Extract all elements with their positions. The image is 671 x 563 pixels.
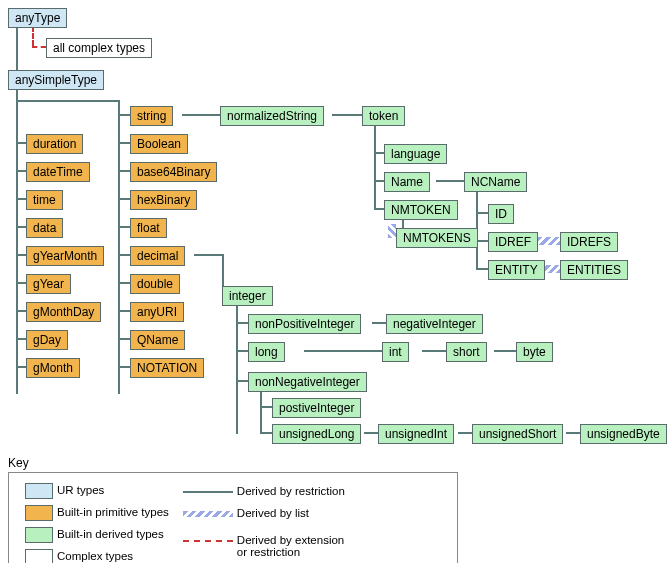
node-label: IDREFS — [567, 235, 611, 249]
node-label: negativeInteger — [393, 317, 476, 331]
node-IDREF: IDREF — [488, 232, 538, 252]
node-label: data — [33, 221, 56, 235]
node-nonNegativeInteger: nonNegativeInteger — [248, 372, 367, 392]
node-gMonthDay: gMonthDay — [26, 302, 101, 322]
node-label: short — [453, 345, 480, 359]
node-token: token — [362, 106, 405, 126]
node-NOTATION: NOTATION — [130, 358, 204, 378]
node-label: long — [255, 345, 278, 359]
node-double: double — [130, 274, 180, 294]
node-language: language — [384, 144, 447, 164]
node-label: normalizedString — [227, 109, 317, 123]
node-unsignedByte: unsignedByte — [580, 424, 667, 444]
node-ENTITIES: ENTITIES — [560, 260, 628, 280]
node-label: unsignedShort — [479, 427, 556, 441]
swatch-ur — [25, 483, 53, 499]
node-float: float — [130, 218, 167, 238]
line-extension-icon — [183, 540, 233, 542]
legend-table: UR types Derived by restriction Built-in… — [17, 479, 353, 563]
node-gYearMonth: gYearMonth — [26, 246, 104, 266]
node-label: float — [137, 221, 160, 235]
node-negativeInteger: negativeInteger — [386, 314, 483, 334]
node-label: language — [391, 147, 440, 161]
legend-ext: Derived by extension or restriction — [237, 534, 344, 558]
node-duration: duration — [26, 134, 83, 154]
node-short: short — [446, 342, 487, 362]
node-NMTOKENS: NMTOKENS — [396, 228, 478, 248]
node-IDREFS: IDREFS — [560, 232, 618, 252]
node-ENTITY: ENTITY — [488, 260, 545, 280]
swatch-prim — [25, 505, 53, 521]
swatch-deriv — [25, 527, 53, 543]
legend: UR types Derived by restriction Built-in… — [8, 472, 458, 563]
type-hierarchy-diagram: anyType all complex types anySimpleType … — [4, 4, 667, 559]
node-label: gMonth — [33, 361, 73, 375]
legend-prim: Built-in primitive types — [57, 506, 169, 518]
node-NMTOKEN: NMTOKEN — [384, 200, 458, 220]
node-byte: byte — [516, 342, 553, 362]
node-unsignedShort: unsignedShort — [472, 424, 563, 444]
node-label: NCName — [471, 175, 520, 189]
node-label: dateTime — [33, 165, 83, 179]
legend-deriv: Built-in derived types — [57, 528, 164, 540]
node-label: base64Binary — [137, 165, 210, 179]
node-ID: ID — [488, 204, 514, 224]
node-label: gDay — [33, 333, 61, 347]
node-all-complex-types: all complex types — [46, 38, 152, 58]
node-label: unsignedLong — [279, 427, 354, 441]
legend-restr: Derived by restriction — [237, 485, 345, 497]
node-label: double — [137, 277, 173, 291]
node-label: ENTITIES — [567, 263, 621, 277]
node-label: Name — [391, 175, 423, 189]
node-QName: QName — [130, 330, 185, 350]
node-anyType: anyType — [8, 8, 67, 28]
node-label: time — [33, 193, 56, 207]
node-time: time — [26, 190, 63, 210]
node-label: NMTOKEN — [391, 203, 451, 217]
node-label: unsignedByte — [587, 427, 660, 441]
node-positiveInteger: postiveInteger — [272, 398, 361, 418]
node-label: int — [389, 345, 402, 359]
node-label: string — [137, 109, 166, 123]
node-unsignedInt: unsignedInt — [378, 424, 454, 444]
node-label: postiveInteger — [279, 401, 354, 415]
legend-ur: UR types — [57, 484, 104, 496]
node-label: unsignedInt — [385, 427, 447, 441]
node-label: QName — [137, 333, 178, 347]
node-label: ENTITY — [495, 263, 538, 277]
node-anyURI: anyURI — [130, 302, 184, 322]
node-label: Boolean — [137, 137, 181, 151]
node-label: NOTATION — [137, 361, 197, 375]
node-data: data — [26, 218, 63, 238]
line-restriction-icon — [183, 491, 233, 493]
node-integer: integer — [222, 286, 273, 306]
node-int: int — [382, 342, 409, 362]
node-Boolean: Boolean — [130, 134, 188, 154]
legend-title: Key — [8, 456, 29, 470]
node-label: anyType — [15, 11, 60, 25]
node-label: nonPositiveInteger — [255, 317, 354, 331]
node-label: ID — [495, 207, 507, 221]
legend-complex: Complex types — [57, 550, 133, 562]
node-label: byte — [523, 345, 546, 359]
node-label: token — [369, 109, 398, 123]
node-label: gMonthDay — [33, 305, 94, 319]
node-dateTime: dateTime — [26, 162, 90, 182]
line-list-icon — [183, 511, 233, 517]
node-decimal: decimal — [130, 246, 185, 266]
node-gYear: gYear — [26, 274, 71, 294]
node-long: long — [248, 342, 285, 362]
node-label: NMTOKENS — [403, 231, 471, 245]
node-label: nonNegativeInteger — [255, 375, 360, 389]
legend-list: Derived by list — [237, 507, 309, 519]
node-string: string — [130, 106, 173, 126]
node-label: IDREF — [495, 235, 531, 249]
node-label: integer — [229, 289, 266, 303]
node-label: all complex types — [53, 41, 145, 55]
swatch-complex — [25, 549, 53, 563]
node-hexBinary: hexBinary — [130, 190, 197, 210]
node-label: anyURI — [137, 305, 177, 319]
node-anySimpleType: anySimpleType — [8, 70, 104, 90]
node-label: gYearMonth — [33, 249, 97, 263]
node-label: decimal — [137, 249, 178, 263]
